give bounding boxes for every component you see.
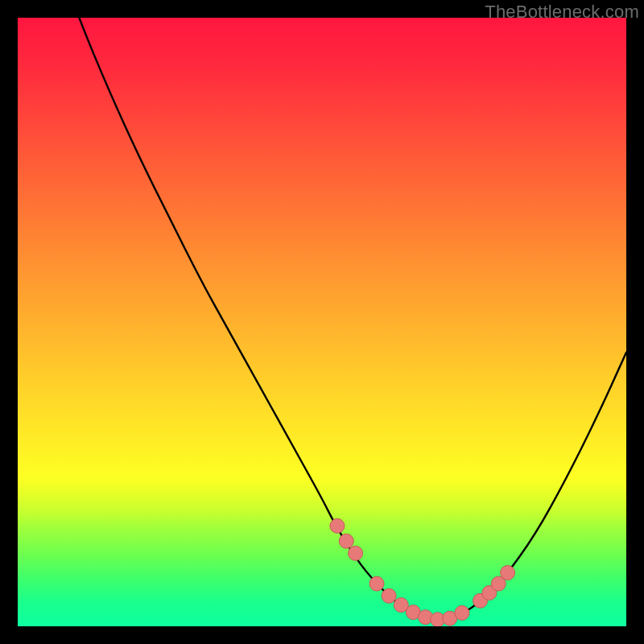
marker-point (455, 605, 469, 620)
bottleneck-curve (18, 18, 626, 620)
marker-point (382, 588, 396, 603)
marker-point (330, 518, 345, 533)
highlighted-points (330, 518, 515, 626)
chart-svg (18, 18, 626, 626)
chart-frame (18, 18, 626, 626)
marker-point (339, 534, 353, 548)
marker-point (349, 546, 363, 560)
marker-point (501, 565, 515, 580)
marker-point (369, 576, 384, 591)
